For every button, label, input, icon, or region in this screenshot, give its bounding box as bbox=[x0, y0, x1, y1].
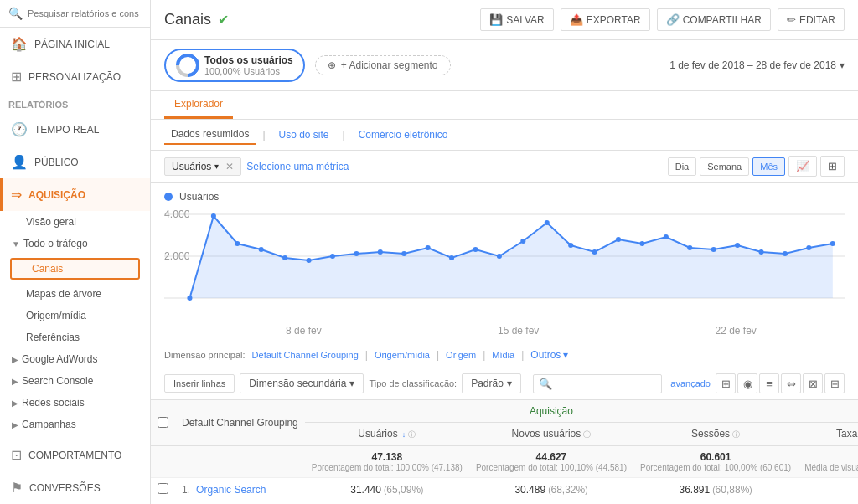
table-view-button[interactable]: ⊞ bbox=[716, 373, 736, 393]
row1-name: 1. Organic Search bbox=[175, 478, 305, 501]
view-mes-button[interactable]: Mês bbox=[752, 157, 785, 176]
svg-point-12 bbox=[354, 251, 359, 256]
view-semana-button[interactable]: Semana bbox=[700, 157, 749, 176]
chevron-sec-dim: ▾ bbox=[349, 378, 354, 389]
row1-checkbox[interactable] bbox=[151, 478, 175, 501]
perf-view-button[interactable]: ≡ bbox=[759, 373, 779, 393]
dimension-option-2[interactable]: Mídia bbox=[492, 350, 514, 360]
metric-remove-button[interactable]: ✕ bbox=[225, 161, 234, 172]
dimension-option-outros[interactable]: Outros ▾ bbox=[530, 349, 568, 361]
sidebar-item-canais[interactable]: Canais bbox=[10, 258, 140, 280]
totals-novos-usuarios: 44.627 Porcentagem do total: 100,10% (44… bbox=[469, 446, 633, 478]
dimension-selected[interactable]: Default Channel Grouping bbox=[252, 350, 359, 360]
table-search[interactable]: 🔍 bbox=[533, 374, 662, 393]
svg-point-21 bbox=[568, 243, 573, 248]
svg-point-29 bbox=[758, 249, 763, 255]
sub-tab-comercio-eletronico[interactable]: Comércio eletrônico bbox=[352, 126, 455, 144]
add-segment-button[interactable]: ⊕ + Adicionar segmento bbox=[315, 55, 451, 75]
grid-icon: ⊞ bbox=[11, 69, 22, 85]
tab-explorador[interactable]: Explorador bbox=[164, 91, 233, 119]
svg-point-15 bbox=[426, 245, 431, 250]
sidebar-item-aquisicao[interactable]: ⇒ AQUISIÇÃO bbox=[0, 178, 150, 211]
compare-view-button[interactable]: ⇔ bbox=[781, 373, 801, 393]
search-bar[interactable]: 🔍 bbox=[0, 0, 150, 28]
sidebar-item-search-console[interactable]: ▶ Search Console bbox=[0, 370, 150, 392]
segment-chip[interactable]: Todos os usuários 100,00% Usuários bbox=[164, 49, 305, 82]
classification-button[interactable]: Padrão ▾ bbox=[462, 373, 521, 393]
advanced-link[interactable]: avançado bbox=[670, 378, 711, 388]
svg-point-25 bbox=[664, 234, 669, 239]
svg-point-19 bbox=[520, 239, 525, 244]
share-button[interactable]: 🔗 COMPARTILHAR bbox=[657, 8, 771, 31]
sub-tab-dados-resumidos[interactable]: Dados resumidos bbox=[164, 125, 256, 145]
tab-bar: Explorador bbox=[151, 91, 858, 120]
sidebar-item-comportamento[interactable]: ⊡ COMPORTAMENTO bbox=[0, 439, 150, 471]
sidebar-item-pagina-inicial[interactable]: 🏠 PÁGINA INICIAL bbox=[0, 28, 150, 60]
home-icon: 🏠 bbox=[11, 36, 28, 52]
sidebar-item-referencias[interactable]: Referências bbox=[0, 327, 150, 348]
svg-point-9 bbox=[282, 255, 287, 260]
row2-checkbox[interactable] bbox=[151, 501, 175, 505]
sidebar-item-todo-trafego[interactable]: ▼ Todo o tráfego bbox=[0, 233, 150, 255]
view-toggle: Dia Semana Mês 📈 ⊞ bbox=[668, 156, 845, 177]
save-button[interactable]: 💾 SALVAR bbox=[480, 8, 554, 31]
lifetimevalue-view-button[interactable]: ⊟ bbox=[824, 373, 845, 393]
pivot-view-button[interactable]: ⊠ bbox=[803, 373, 823, 393]
view-dia-button[interactable]: Dia bbox=[668, 157, 697, 176]
sidebar-item-label: TEMPO REAL bbox=[34, 124, 99, 136]
svg-point-30 bbox=[783, 251, 788, 256]
grid-chart-icon-button[interactable]: ⊞ bbox=[820, 156, 845, 177]
col-header-sessoes[interactable]: Sessões ⓘ bbox=[633, 423, 798, 446]
col-header-usuarios[interactable]: Usuários ↓ ⓘ bbox=[305, 423, 469, 446]
select-all-checkbox[interactable] bbox=[158, 417, 168, 428]
sidebar-item-conversoes[interactable]: ⚑ CONVERSÕES bbox=[0, 471, 150, 504]
chevron-right-icon2: ▶ bbox=[12, 377, 18, 386]
col-header-taxa-rejeicao[interactable]: Taxa de rejeição ⓘ bbox=[798, 423, 858, 446]
row1-rejeicao: 52,53% bbox=[798, 478, 858, 501]
plus-icon: ⊕ bbox=[328, 59, 336, 71]
svg-point-16 bbox=[449, 255, 454, 260]
behavior-icon: ⊡ bbox=[11, 447, 22, 463]
metric-chip[interactable]: Usuários ▾ ✕ bbox=[164, 157, 241, 176]
secondary-dimension-button[interactable]: Dimensão secundária ▾ bbox=[240, 373, 364, 393]
sidebar: 🔍 🏠 PÁGINA INICIAL ⊞ PERSONALIZAÇÃO Rela… bbox=[0, 0, 151, 504]
sidebar-item-personalizacao[interactable]: ⊞ PERSONALIZAÇÃO bbox=[0, 60, 150, 93]
sidebar-item-origem-midia[interactable]: Origem/mídia bbox=[0, 305, 150, 327]
col-header-novos-usuarios[interactable]: Novos usuários ⓘ bbox=[469, 423, 633, 446]
main-content: Canais ✔ 💾 SALVAR 📤 EXPORTAR 🔗 COMPARTIL… bbox=[151, 0, 858, 504]
sub-tab-uso-do-site[interactable]: Uso do site bbox=[272, 126, 336, 144]
svg-point-18 bbox=[497, 254, 502, 259]
top-bar-right: 💾 SALVAR 📤 EXPORTAR 🔗 COMPARTILHAR ✏ EDI… bbox=[480, 8, 845, 31]
table-search-input[interactable] bbox=[556, 378, 656, 388]
legend-dot bbox=[164, 193, 173, 201]
info-sessoes-icon: ⓘ bbox=[732, 430, 740, 439]
relatorios-label: Relatórios bbox=[0, 93, 150, 113]
col-group-aquisicao: Aquisição bbox=[305, 400, 798, 423]
dimension-option-1[interactable]: Origem bbox=[446, 350, 476, 360]
segment-text: Todos os usuários 100,00% Usuários bbox=[204, 54, 293, 76]
svg-point-28 bbox=[735, 243, 740, 248]
sidebar-item-mapas-arvore[interactable]: Mapas de árvore bbox=[0, 283, 150, 305]
segment-left: Todos os usuários 100,00% Usuários ⊕ + A… bbox=[164, 49, 451, 82]
dimension-option-0[interactable]: Origem/mídia bbox=[375, 350, 430, 360]
search-input[interactable] bbox=[28, 8, 143, 18]
pie-view-button[interactable]: ◉ bbox=[737, 373, 757, 393]
table-row: 2. Email 6.976 (14,44%) 5.120 (11,47%) 1… bbox=[151, 501, 858, 505]
export-icon: 📤 bbox=[570, 13, 583, 26]
sidebar-item-google-adwords[interactable]: ▶ Google AdWords bbox=[0, 348, 150, 370]
svg-point-5 bbox=[187, 296, 192, 301]
line-chart-icon-button[interactable]: 📈 bbox=[788, 156, 817, 177]
row1-link[interactable]: Organic Search bbox=[196, 484, 266, 496]
edit-button[interactable]: ✏ EDITAR bbox=[778, 8, 845, 31]
export-button[interactable]: 📤 EXPORTAR bbox=[561, 8, 650, 31]
sidebar-item-redes-sociais[interactable]: ▶ Redes sociais bbox=[0, 392, 150, 414]
sidebar-item-visao-geral[interactable]: Visão geral bbox=[0, 211, 150, 233]
metric-placeholder[interactable]: Selecione uma métrica bbox=[246, 161, 349, 172]
date-range-picker[interactable]: 1 de fev de 2018 – 28 de fev de 2018 ▾ bbox=[669, 59, 845, 71]
dimension-label: Dimensão principal: bbox=[164, 350, 246, 360]
svg-text:4.000: 4.000 bbox=[164, 208, 190, 220]
sidebar-item-campanhas[interactable]: ▶ Campanhas bbox=[0, 414, 150, 435]
sidebar-item-publico[interactable]: 👤 PÚBLICO bbox=[0, 146, 150, 178]
sidebar-item-tempo-real[interactable]: 🕐 TEMPO REAL bbox=[0, 113, 150, 146]
insert-lines-button[interactable]: Inserir linhas bbox=[164, 374, 235, 393]
